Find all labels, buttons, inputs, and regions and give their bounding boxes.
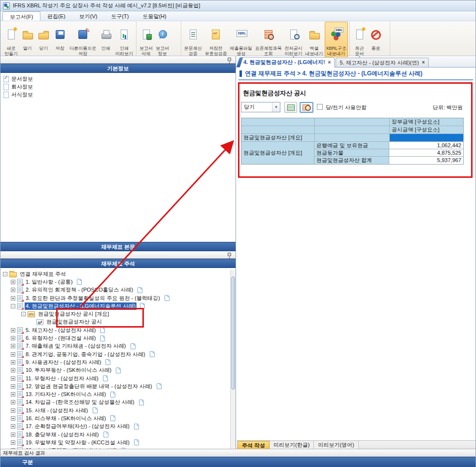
selected-cell[interactable] bbox=[390, 134, 463, 142]
ribbon-button[interactable]: 엑셀 내보내기 ▾ bbox=[304, 22, 325, 62]
attached-doc-icon[interactable] bbox=[110, 415, 115, 421]
expand-toggle-icon[interactable]: - bbox=[3, 272, 7, 276]
attached-doc-icon[interactable] bbox=[93, 407, 98, 413]
close-tab-icon[interactable]: × bbox=[422, 60, 425, 65]
expand-toggle-icon[interactable]: + bbox=[11, 433, 15, 437]
expand-toggle-icon[interactable]: + bbox=[11, 328, 15, 333]
tree-item[interactable]: + 7. 매출채권 및 기타채권 - (삼성전자 사례) bbox=[0, 342, 236, 350]
expand-toggle-icon[interactable]: + bbox=[11, 368, 15, 372]
tree-scrollbar-thumb[interactable] bbox=[231, 276, 235, 390]
expand-toggle-icon[interactable]: + bbox=[11, 360, 15, 365]
ribbon-button[interactable]: 표준계정과목 조회 ▾ bbox=[254, 22, 283, 62]
tree-item[interactable]: - 연결 재무제표 주석 bbox=[0, 270, 236, 278]
ribbon-button-label: 제출용파일 생성 bbox=[230, 46, 252, 56]
expand-toggle-icon[interactable]: + bbox=[11, 344, 15, 348]
chevron-down-icon[interactable]: ▼ bbox=[272, 102, 280, 112]
tree-item[interactable]: + 1. 일반사항 - (공통) bbox=[0, 278, 236, 286]
attached-doc-icon[interactable] bbox=[103, 432, 108, 437]
expand-toggle-icon[interactable]: + bbox=[11, 440, 15, 445]
expand-toggle-icon[interactable]: + bbox=[11, 424, 15, 429]
attached-doc-icon[interactable] bbox=[100, 327, 105, 333]
tree-item[interactable]: + 18. 충당부채 - (삼성전자 사례) bbox=[0, 431, 236, 438]
tree-item[interactable]: + 8. 관계기업, 공동기업, 종속기업 - (삼성전자 사례) bbox=[0, 350, 236, 358]
attached-doc-icon[interactable] bbox=[105, 359, 110, 365]
attached-doc-icon[interactable] bbox=[134, 439, 139, 445]
pin-icon[interactable] bbox=[228, 253, 231, 256]
table-row: 현금등가물 4,875,525 bbox=[314, 149, 463, 157]
expand-toggle-icon[interactable]: + bbox=[11, 408, 15, 413]
expand-toggle-icon[interactable]: + bbox=[11, 400, 15, 404]
ribbon-button[interactable]: 닫기 ▾ bbox=[35, 22, 52, 57]
pin-icon[interactable] bbox=[228, 58, 231, 61]
expand-toggle-icon[interactable]: - bbox=[11, 304, 15, 308]
attached-doc-icon[interactable] bbox=[77, 279, 82, 285]
tree-item[interactable]: + 14. 차입금 - (한국조선해양 및 삼성물산 사례) bbox=[0, 399, 236, 406]
tree-item[interactable]: 현금및현금성자산 공시 bbox=[0, 318, 236, 326]
tree-item[interactable]: - 4. 현금및현금성자산 - (LG에너지솔루션 사례) bbox=[0, 302, 236, 310]
ribbon-button[interactable]: XBRL구조 내보내기 ▾ bbox=[325, 22, 348, 62]
menu-item[interactable]: 도구(T) bbox=[104, 11, 136, 21]
attached-doc-icon[interactable] bbox=[137, 287, 142, 293]
editor-view-tab[interactable]: 주석 작성 bbox=[238, 441, 270, 449]
tree-item[interactable]: + 10. 투자부동산 - (SK하이닉스 사례) bbox=[0, 367, 236, 374]
editor-view-tab[interactable]: 미리보기(영어) bbox=[314, 441, 358, 449]
attached-doc-icon[interactable] bbox=[110, 392, 115, 398]
tree-item[interactable]: + 16. 리스부채 - (SK하이닉스 사례) bbox=[0, 414, 236, 422]
expand-toggle-icon[interactable]: - bbox=[21, 312, 26, 316]
period-select[interactable]: 당기 ▼ bbox=[241, 102, 280, 112]
attached-doc-icon[interactable] bbox=[140, 303, 145, 309]
attached-doc-icon[interactable] bbox=[157, 383, 162, 389]
period-disable-checkbox[interactable] bbox=[317, 104, 323, 110]
search-table-button[interactable] bbox=[300, 102, 313, 113]
ribbon-button[interactable]: 열기 ▾ bbox=[19, 22, 35, 57]
basic-info-item[interactable]: 회사정보 bbox=[1, 83, 235, 91]
tree-item[interactable]: + 3. 중요한 판단과 추정불확실성의 주요 원천 - (블럭태깅) bbox=[0, 294, 236, 302]
attached-doc-icon[interactable] bbox=[100, 335, 105, 341]
close-tab-icon[interactable]: × bbox=[328, 60, 331, 65]
value-cell[interactable]: 5,937,967 bbox=[389, 157, 463, 164]
expand-toggle-icon[interactable]: + bbox=[11, 376, 15, 381]
attached-doc-icon[interactable] bbox=[165, 295, 170, 301]
tree-item[interactable]: + 11. 무형자산 - (삼성전자 사례) bbox=[0, 374, 236, 382]
tree-item[interactable]: - 현금및현금성자산 공시 [개요] bbox=[0, 310, 236, 318]
tree-item[interactable]: + 19. 우발부채 및 약정사항 - (KCC건설 사례) bbox=[0, 438, 236, 446]
tree-item[interactable]: + 17. 순확정급여부채(자산) - (삼성전자 사례) bbox=[0, 423, 236, 431]
attached-doc-icon[interactable] bbox=[116, 367, 121, 373]
tree-item[interactable]: + 15. 사채 - (삼성전자 사례) bbox=[0, 406, 236, 414]
expand-toggle-icon[interactable]: + bbox=[11, 296, 15, 300]
expand-toggle-icon[interactable]: + bbox=[11, 392, 15, 397]
tree-item[interactable]: + 12. 영업권 현금창출단위 배분 내역 - (삼성전자 사례) bbox=[0, 382, 236, 390]
menu-item[interactable]: 도움말(H) bbox=[136, 11, 173, 21]
menu-item[interactable]: 보기(V) bbox=[72, 11, 104, 21]
attached-doc-icon[interactable] bbox=[131, 343, 136, 349]
expand-toggle-icon[interactable]: + bbox=[11, 416, 15, 421]
value-cell[interactable]: 4,875,525 bbox=[389, 149, 463, 157]
value-cell[interactable]: 1,062,442 bbox=[389, 142, 463, 149]
attached-doc-icon[interactable] bbox=[134, 424, 139, 430]
basic-info-item[interactable]: 서식정보 bbox=[1, 91, 235, 99]
expand-toggle-icon[interactable]: + bbox=[11, 336, 15, 340]
basic-info-item[interactable]: 문서정보 bbox=[1, 75, 235, 83]
editor-view-tab[interactable]: 미리보기(한글) bbox=[270, 441, 314, 449]
expand-toggle-icon[interactable]: + bbox=[11, 288, 15, 292]
ribbon-button[interactable]: 저장 ▾ bbox=[52, 22, 68, 57]
attached-doc-icon[interactable] bbox=[139, 400, 144, 405]
attached-doc-icon[interactable] bbox=[150, 351, 155, 357]
menu-item[interactable]: 보고서(F) bbox=[2, 11, 40, 21]
tree-item[interactable]: + 2. 유의적인 회계정책 - (POSCO홀딩스 사례) bbox=[0, 286, 236, 294]
document-tab[interactable]: 5. 재고자산 - (삼성전자 사례)(연) × bbox=[336, 58, 429, 67]
expand-toggle-icon[interactable]: + bbox=[11, 280, 15, 284]
ribbon-button[interactable]: 인쇄 ▾ bbox=[98, 22, 114, 57]
expand-toggle-icon[interactable]: + bbox=[11, 384, 15, 389]
attached-doc-icon[interactable] bbox=[103, 375, 108, 381]
document-tab[interactable]: 4. 현금및현금성자산 - (LG에너지! × bbox=[239, 57, 335, 67]
tree-item[interactable]: + 13. 기타자산 - (SK하이닉스 사례) bbox=[0, 390, 236, 398]
tree-item[interactable]: + 5. 재고자산 - (삼성전자 사례) bbox=[0, 326, 236, 334]
tree-item[interactable]: + 9. 사용권자산 - (삼성전자 사례) bbox=[0, 358, 236, 366]
tree-item[interactable]: + 6. 유형자산 - (현대건설 사례) bbox=[0, 334, 236, 342]
menu-item[interactable]: 편집(E) bbox=[40, 11, 72, 21]
ribbon-button[interactable]: 종료 ▾ bbox=[368, 22, 384, 57]
expand-toggle-icon[interactable]: + bbox=[11, 352, 15, 357]
tree-scrollbar[interactable] bbox=[230, 269, 236, 449]
edit-table-button[interactable] bbox=[284, 102, 297, 113]
